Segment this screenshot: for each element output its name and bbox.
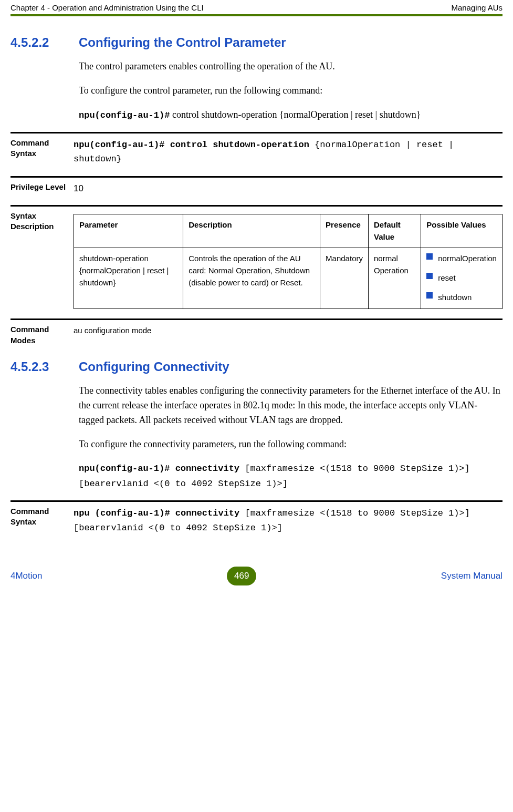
cmd-prefix: npu(config-au-1)# [79,110,170,120]
paragraph: The control parameters enables controlli… [79,59,502,74]
syntax-table: Parameter Description Presence Default V… [74,214,502,309]
def-label: Command Modes [11,324,74,346]
pv-item: reset [426,272,497,284]
table-row: shutdown-operation {normalOperation | re… [74,248,502,309]
td-possible-values: normalOperation reset shutdown [421,248,502,309]
command-syntax-block-2: Command Syntax npu (config-au-1)# connec… [11,500,502,535]
section-title: Configuring the Control Parameter [79,35,286,50]
section-number: 4.5.2.2 [11,35,79,50]
privilege-level-block: Privilege Level 10 [11,176,502,196]
def-value: npu(config-au-1)# control shutdown-opera… [74,138,502,167]
th-possible-values: Possible Values [421,214,502,248]
th-description: Description [183,214,320,248]
paragraph: To configure the control parameter, run … [79,84,502,98]
def-value: npu (config-au-1)# connectivity [maxfram… [74,506,502,535]
header-left: Chapter 4 - Operation and Administration… [11,3,204,12]
paragraph: To configure the connectivity parameters… [79,437,502,452]
pv-item: shutdown [426,291,497,303]
footer-left: 4Motion [11,571,42,581]
def-value: Parameter Description Presence Default V… [74,211,502,309]
section-title: Configuring Connectivity [79,359,229,374]
command-line: npu(config-au-1)# control shutdown-opera… [79,108,502,122]
bullet-icon [426,292,433,299]
cmd-rest: control shutdown-operation {normalOperat… [170,109,421,120]
footer-right: System Manual [441,571,502,581]
th-parameter: Parameter [74,214,183,248]
def-label: Privilege Level [11,182,74,196]
pv-text: reset [438,272,455,284]
td-default: normal Operation [368,248,421,309]
bullet-icon [426,273,433,279]
header-rule [11,14,502,16]
def-value: au configuration mode [74,324,502,346]
th-presence: Presence [320,214,369,248]
syntax-bold: npu(config-au-1)# control shutdown-opera… [74,140,315,150]
page-number-badge: 469 [227,567,256,585]
def-label: Command Syntax [11,506,74,535]
table-header-row: Parameter Description Presence Default V… [74,214,502,248]
command-line: npu(config-au-1)# connectivity [maxframe… [79,461,502,491]
page-footer: 4Motion 469 System Manual [11,567,502,585]
command-syntax-block: Command Syntax npu(config-au-1)# control… [11,132,502,167]
td-parameter: shutdown-operation {normalOperation | re… [74,248,183,309]
section-number: 4.5.2.3 [11,359,79,374]
td-presence: Mandatory [320,248,369,309]
section-heading-2: 4.5.2.3 Configuring Connectivity [11,359,502,374]
def-label: Command Syntax [11,138,74,167]
pv-text: normalOperation [438,252,497,264]
paragraph: The connectivity tables enables configur… [79,384,502,428]
cmd-bold: npu(config-au-1)# connectivity [79,464,245,474]
syntax-bold: npu (config-au-1)# connectivity [74,508,245,518]
syntax-description-block: Syntax Description Parameter Description… [11,205,502,309]
header-right: Managing AUs [451,3,502,12]
pv-item: normalOperation [426,252,497,264]
th-default: Default Value [368,214,421,248]
page-number: 469 [234,571,249,581]
page-header: Chapter 4 - Operation and Administration… [11,0,502,14]
def-value: 10 [74,182,502,196]
section-heading-1: 4.5.2.2 Configuring the Control Paramete… [11,35,502,50]
pv-text: shutdown [438,291,472,303]
td-description: Controls the operation of the AU card: N… [183,248,320,309]
command-modes-block: Command Modes au configuration mode [11,318,502,346]
def-label: Syntax Description [11,211,74,309]
bullet-icon [426,253,433,260]
